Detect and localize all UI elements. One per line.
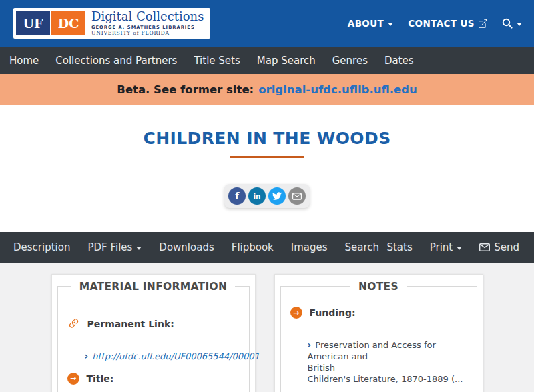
title-divider bbox=[230, 156, 304, 158]
twitter-share-button[interactable] bbox=[268, 187, 286, 205]
caret-down-icon bbox=[517, 23, 522, 26]
title-label: Title: bbox=[87, 373, 114, 384]
about-menu[interactable]: ABOUT bbox=[348, 18, 393, 29]
item-toolbar: Description PDF Files Downloads Flipbook… bbox=[0, 232, 534, 263]
site-header: UF DC Digital Collections GEORGE A. SMAT… bbox=[0, 0, 534, 47]
tab-flipbook[interactable]: Flipbook bbox=[232, 241, 274, 253]
beta-banner-text: Beta. See former site: bbox=[117, 83, 254, 96]
search-icon bbox=[502, 18, 513, 29]
nav-item-title-sets[interactable]: Title Sets bbox=[194, 55, 240, 67]
page-title: CHILDREN IN THE WOODS bbox=[0, 105, 534, 148]
caret-down-icon bbox=[136, 247, 142, 250]
toolbar-left-group: Description PDF Files Downloads Flipbook… bbox=[13, 241, 379, 253]
nav-item-dates[interactable]: Dates bbox=[384, 55, 414, 67]
title-label-row: → Title: bbox=[67, 373, 242, 385]
uf-logo-tile: UF bbox=[16, 11, 50, 35]
tab-pdf-files[interactable]: PDF Files bbox=[87, 241, 142, 253]
logo-subtitle-university: UNIVERSITY of FLORIDA bbox=[91, 31, 204, 36]
twitter-bird-icon bbox=[272, 191, 282, 201]
content-area: MATERIAL INFORMATION Permanent Link: ›ht… bbox=[0, 263, 534, 392]
send-button[interactable]: Send bbox=[479, 241, 519, 253]
material-information-body: Permanent Link: ›http://ufdc.ufl.edu/UF0… bbox=[58, 287, 249, 392]
material-information-panel: MATERIAL INFORMATION Permanent Link: ›ht… bbox=[57, 286, 250, 392]
material-information-heading: MATERIAL INFORMATION bbox=[58, 280, 249, 293]
nav-item-map-search[interactable]: Map Search bbox=[257, 55, 316, 67]
print-label: Print bbox=[430, 241, 453, 253]
material-information-card: MATERIAL INFORMATION Permanent Link: ›ht… bbox=[51, 274, 256, 392]
caret-down-icon bbox=[457, 247, 462, 250]
notes-legend: NOTES bbox=[350, 281, 407, 293]
dc-logo-tile: DC bbox=[51, 11, 85, 35]
notes-heading: NOTES bbox=[281, 280, 477, 293]
about-label: ABOUT bbox=[348, 18, 384, 29]
email-share-button[interactable] bbox=[288, 187, 306, 205]
nav-item-collections-partners[interactable]: Collections and Partners bbox=[55, 55, 177, 67]
permanent-link-label-row: Permanent Link: bbox=[67, 317, 242, 330]
header-menu: ABOUT CONTACT US bbox=[348, 18, 522, 29]
funding-label-row: → Funding: bbox=[290, 307, 470, 319]
funding-label: Funding: bbox=[310, 307, 356, 318]
tab-search[interactable]: Search bbox=[345, 241, 380, 253]
former-site-link[interactable]: original-ufdc.uflib.ufl.edu bbox=[258, 83, 417, 96]
nav-item-home[interactable]: Home bbox=[9, 55, 39, 67]
chevron-right-icon: › bbox=[308, 339, 312, 350]
send-label: Send bbox=[494, 241, 519, 253]
permanent-link-url[interactable]: http://ufdc.ufl.edu/UF00065544/00001 bbox=[92, 351, 260, 361]
arrow-circle-icon: → bbox=[290, 307, 302, 319]
arrow-circle-icon: → bbox=[67, 373, 79, 385]
funding-value: Preservation and Access for American and… bbox=[308, 340, 463, 384]
facebook-share-button[interactable]: f bbox=[228, 187, 246, 205]
material-information-legend: MATERIAL INFORMATION bbox=[71, 281, 236, 293]
permanent-link-value-row: ›http://ufdc.ufl.edu/UF00065544/00001 bbox=[67, 339, 242, 363]
contact-label: CONTACT US bbox=[408, 18, 475, 29]
chevron-right-icon: › bbox=[85, 351, 89, 361]
logo-title: Digital Collections bbox=[91, 11, 204, 23]
title-section: CHILDREN IN THE WOODS f in bbox=[0, 105, 534, 232]
main-nav: Home Collections and Partners Title Sets… bbox=[0, 47, 534, 74]
print-menu[interactable]: Print bbox=[430, 241, 463, 253]
stats-button[interactable]: Stats bbox=[386, 241, 412, 253]
external-link-icon bbox=[479, 19, 487, 28]
envelope-icon bbox=[479, 243, 490, 251]
pdf-files-label: PDF Files bbox=[87, 241, 132, 253]
notes-panel: NOTES → Funding: ›Preservation and Acces… bbox=[280, 286, 477, 392]
tab-downloads[interactable]: Downloads bbox=[159, 241, 214, 253]
ufdc-logo[interactable]: UF DC Digital Collections GEORGE A. SMAT… bbox=[13, 8, 210, 39]
logo-text: Digital Collections GEORGE A. SMATHERS L… bbox=[91, 11, 204, 37]
caret-down-icon bbox=[388, 23, 393, 26]
permanent-link-label: Permanent Link: bbox=[87, 319, 174, 329]
notes-body: → Funding: ›Preservation and Access for … bbox=[281, 287, 477, 392]
funding-value-row: ›Preservation and Access for American an… bbox=[290, 327, 470, 385]
tab-images[interactable]: Images bbox=[291, 241, 328, 253]
contact-us-link[interactable]: CONTACT US bbox=[408, 18, 487, 29]
tab-description[interactable]: Description bbox=[13, 241, 70, 253]
linkedin-share-button[interactable]: in bbox=[248, 187, 266, 205]
envelope-icon bbox=[292, 193, 302, 200]
chain-link-icon bbox=[67, 317, 80, 330]
nav-item-genres[interactable]: Genres bbox=[332, 55, 368, 67]
social-share-bar: f in bbox=[224, 184, 310, 208]
beta-banner: Beta. See former site: original-ufdc.ufl… bbox=[0, 74, 534, 105]
notes-card: NOTES → Funding: ›Preservation and Acces… bbox=[274, 274, 483, 392]
search-menu[interactable] bbox=[502, 18, 522, 29]
toolbar-right-group: Stats Print Send bbox=[386, 241, 519, 253]
logo-subtitle-libraries: GEORGE A. SMATHERS LIBRARIES bbox=[91, 25, 204, 30]
